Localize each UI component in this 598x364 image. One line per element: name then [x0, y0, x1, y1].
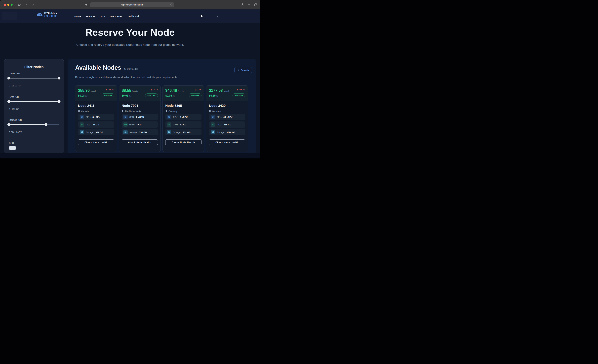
node-name: Node 6365 [165, 104, 201, 108]
close-window-button[interactable] [4, 4, 6, 6]
node-cards-grid: $55.90/month $0.08/hr $101.80 50% OFF No… [75, 85, 252, 152]
cpu-spec-value: 8 vCPU [92, 116, 100, 118]
sidebar-toggle-icon[interactable] [17, 3, 21, 6]
node-card[interactable]: $55.90/month $0.08/hr $101.80 50% OFF No… [75, 85, 117, 152]
storage-spec-label: Storage: [216, 131, 225, 133]
cpu-cores-slider[interactable] [9, 77, 59, 79]
back-icon[interactable] [25, 3, 28, 6]
check-node-health-button[interactable]: Check Node Health [209, 139, 245, 145]
ram-spec-value: 4 GB [136, 124, 142, 126]
filter-panel: Filter Nodes CPU Cores 0 - 88 vCPU RAM (… [4, 59, 64, 153]
cloud-logo-icon [37, 12, 43, 17]
minimize-window-button[interactable] [7, 4, 9, 6]
storage-spec-row: Storage: 550 GB [122, 129, 158, 135]
nav-link-dashboard[interactable]: Dashboard [127, 15, 139, 18]
logo[interactable]: MYC≡LIUM CLOUD [37, 12, 58, 18]
slider-fill [9, 124, 46, 125]
cpu-spec-row: CPU: 40 vCPU [209, 114, 245, 120]
site-nav: MYC≡LIUM CLOUD Home Features Docs Use Ca… [0, 9, 260, 23]
ram-spec-label: RAM: [173, 124, 178, 126]
shield-icon[interactable] [85, 3, 87, 6]
storage-spec-label: Storage: [129, 131, 137, 133]
cpu-spec-label: CPU: [86, 116, 91, 118]
nav-links: Home Features Docs Use Cases Dashboard [74, 9, 139, 23]
check-node-health-button[interactable]: Check Node Health [122, 139, 158, 145]
node-location: Germany [209, 110, 245, 113]
node-card[interactable]: $8.55/month $0.01/hr $17.10 50% OFF Node… [119, 85, 161, 152]
slider-handle-min[interactable] [8, 77, 10, 80]
slider-handle-min[interactable] [8, 123, 10, 126]
cpu-chip-icon [167, 115, 171, 119]
location-pin-icon [165, 110, 167, 113]
check-node-health-button[interactable]: Check Node Health [78, 139, 114, 145]
monthly-price: $8.55 [122, 88, 131, 93]
storage-slider[interactable] [9, 123, 59, 126]
node-card[interactable]: $46.48/month $0.06/hr $92.96 50% OFF Nod… [163, 85, 204, 152]
ram-spec-row: RAM: 31 GB [78, 121, 114, 128]
storage-spec-value: 3726 GB [226, 131, 235, 133]
slider-handle-max[interactable] [45, 123, 48, 126]
per-hour-label: /hr [85, 95, 87, 97]
logo-line1: MYC≡LIUM [44, 12, 58, 14]
slider-handle-max[interactable] [58, 77, 61, 80]
per-hour-label: /hr [216, 95, 218, 97]
storage-spec-value: 932 GB [95, 131, 103, 133]
slider-handle-min[interactable] [8, 100, 10, 103]
storage-spec-label: Storage: [173, 131, 181, 133]
ram-slider[interactable] [9, 100, 59, 103]
per-month-label: /month [224, 90, 229, 92]
chevron-down-icon[interactable] [217, 16, 219, 18]
new-tab-icon[interactable] [248, 3, 251, 6]
node-card-pricing: $46.48/month $0.06/hr $92.96 50% OFF [163, 86, 204, 101]
nav-link-use-cases[interactable]: Use Cases [110, 15, 122, 18]
per-month-label: /month [178, 90, 183, 92]
storage-database-icon [80, 130, 84, 134]
per-hour-label: /hr [129, 95, 131, 97]
gpu-checkbox[interactable] [9, 146, 16, 150]
node-card-pricing: $177.53/month $0.25/hr $355.07 50% OFF [206, 86, 248, 101]
ram-spec-value: 31 GB [93, 124, 99, 126]
zoom-window-button[interactable] [11, 4, 13, 6]
page-title: Reserve Your Node [0, 27, 260, 38]
ram-memory-icon [123, 123, 128, 127]
nav-link-docs[interactable]: Docs [100, 15, 105, 18]
tab-overview-icon[interactable] [254, 3, 257, 6]
refresh-button[interactable]: Refresh [234, 67, 252, 73]
discount-badge: 50% OFF [102, 93, 114, 97]
nav-link-features[interactable]: Features [85, 15, 95, 18]
node-location-text: Canada [81, 110, 89, 113]
hero-section: Reserve Your Node Choose and reserve you… [0, 23, 260, 59]
share-icon[interactable] [241, 3, 244, 6]
forward-icon[interactable] [32, 3, 34, 6]
nav-link-home[interactable]: Home [74, 15, 81, 18]
node-card[interactable]: $177.53/month $0.25/hr $355.07 50% OFF N… [206, 85, 248, 152]
notification-bell-icon[interactable] [200, 14, 203, 19]
storage-database-icon [167, 130, 171, 134]
page-bottom-strip [0, 153, 260, 158]
node-card-pricing: $8.55/month $0.01/hr $17.10 50% OFF [119, 86, 160, 101]
ram-range-text: 0 - 709 GB [9, 108, 59, 110]
discount-badge: 50% OFF [189, 93, 201, 97]
storage-database-icon [123, 130, 128, 134]
per-hour-label: /hr [173, 95, 175, 97]
hourly-price: $0.25 [209, 94, 216, 97]
available-nodes-panel: Available Nodes 48 of 50 nodes Refresh B… [67, 59, 256, 153]
monthly-price: $177.53 [209, 88, 223, 93]
url-bar[interactable]: https://myceliumcloud.tf [90, 2, 174, 7]
slider-handle-max[interactable] [58, 100, 61, 103]
reload-icon[interactable] [170, 3, 173, 6]
check-node-health-button[interactable]: Check Node Health [165, 139, 201, 145]
hourly-price: $0.06 [165, 94, 172, 97]
ram-spec-value: 62 GB [180, 124, 187, 126]
discount-badge: 50% OFF [145, 93, 158, 97]
browser-toolbar: https://myceliumcloud.tf [0, 0, 260, 9]
cpu-spec-label: CPU: [129, 116, 134, 118]
ram-memory-icon [167, 123, 171, 127]
ram-label: RAM (GB) [9, 96, 59, 98]
cpu-spec-row: CPU: 8 vCPU [165, 114, 201, 120]
ram-spec-label: RAM: [216, 124, 222, 126]
monthly-price: $46.48 [165, 88, 177, 93]
storage-label: Storage (GB) [9, 119, 59, 121]
refresh-label: Refresh [241, 69, 249, 71]
cpu-chip-icon [211, 115, 215, 119]
